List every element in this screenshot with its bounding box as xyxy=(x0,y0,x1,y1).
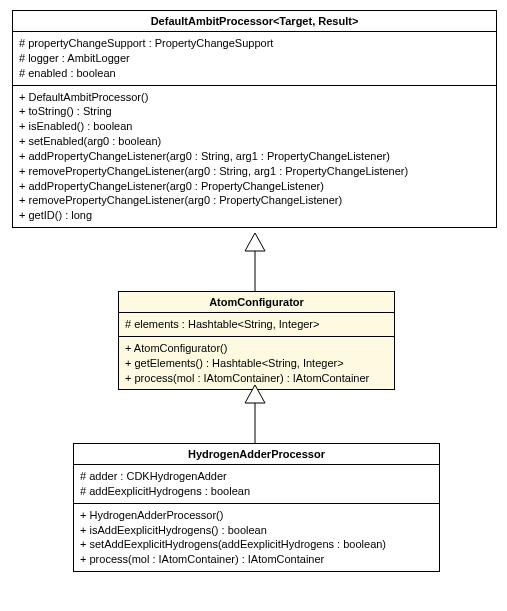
class-title: DefaultAmbitProcessor<Target, Result> xyxy=(13,11,496,32)
class-title: AtomConfigurator xyxy=(119,292,394,313)
method-row: + setAddEexplicitHydrogens(addEexplicitH… xyxy=(80,537,433,552)
class-methods: + HydrogenAdderProcessor() + isAddEexpli… xyxy=(74,504,439,571)
method-row: + isAddEexplicitHydrogens() : boolean xyxy=(80,523,433,538)
svg-marker-0 xyxy=(245,233,265,251)
class-attributes: # adder : CDKHydrogenAdder # addEexplici… xyxy=(74,465,439,504)
class-methods: + AtomConfigurator() + getElements() : H… xyxy=(119,337,394,390)
method-row: + process(mol : IAtomContainer) : IAtomC… xyxy=(125,371,388,386)
uml-class-atom-configurator: AtomConfigurator # elements : Hashtable<… xyxy=(118,291,395,390)
method-row: + addPropertyChangeListener(arg0 : Prope… xyxy=(19,179,490,194)
attr-row: # elements : Hashtable<String, Integer> xyxy=(125,317,388,332)
uml-class-hydrogen-adder-processor: HydrogenAdderProcessor # adder : CDKHydr… xyxy=(73,443,440,572)
generalization-arrow-icon xyxy=(245,385,265,443)
method-row: + removePropertyChangeListener(arg0 : Pr… xyxy=(19,193,490,208)
method-row: + addPropertyChangeListener(arg0 : Strin… xyxy=(19,149,490,164)
class-title: HydrogenAdderProcessor xyxy=(74,444,439,465)
attr-row: # logger : AmbitLogger xyxy=(19,51,490,66)
attr-row: # addEexplicitHydrogens : boolean xyxy=(80,484,433,499)
attr-row: # enabled : boolean xyxy=(19,66,490,81)
generalization-arrow-icon xyxy=(245,233,265,291)
attr-row: # propertyChangeSupport : PropertyChange… xyxy=(19,36,490,51)
uml-class-default-ambit-processor: DefaultAmbitProcessor<Target, Result> # … xyxy=(12,10,497,228)
method-row: + getElements() : Hashtable<String, Inte… xyxy=(125,356,388,371)
method-row: + toString() : String xyxy=(19,104,490,119)
attr-row: # adder : CDKHydrogenAdder xyxy=(80,469,433,484)
method-row: + AtomConfigurator() xyxy=(125,341,388,356)
method-row: + removePropertyChangeListener(arg0 : St… xyxy=(19,164,490,179)
class-attributes: # propertyChangeSupport : PropertyChange… xyxy=(13,32,496,86)
method-row: + HydrogenAdderProcessor() xyxy=(80,508,433,523)
method-row: + DefaultAmbitProcessor() xyxy=(19,90,490,105)
method-row: + setEnabled(arg0 : boolean) xyxy=(19,134,490,149)
method-row: + getID() : long xyxy=(19,208,490,223)
method-row: + process(mol : IAtomContainer) : IAtomC… xyxy=(80,552,433,567)
class-methods: + DefaultAmbitProcessor() + toString() :… xyxy=(13,86,496,228)
class-attributes: # elements : Hashtable<String, Integer> xyxy=(119,313,394,337)
method-row: + isEnabled() : boolean xyxy=(19,119,490,134)
